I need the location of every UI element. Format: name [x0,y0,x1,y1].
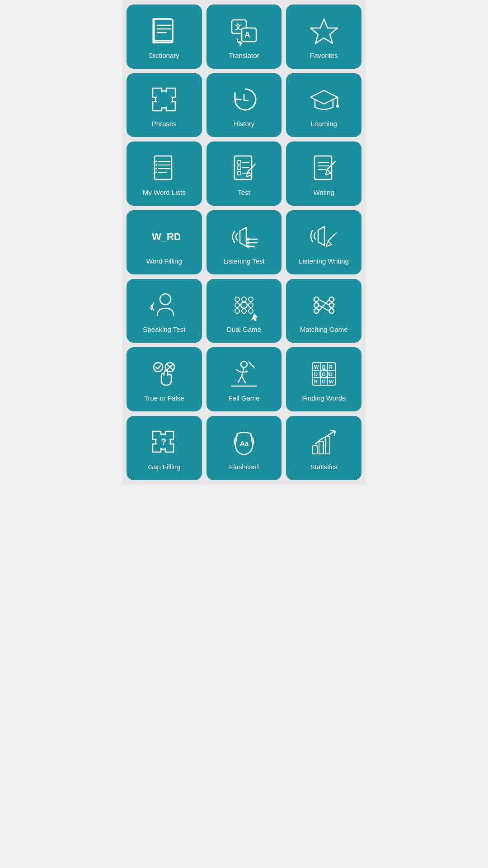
test-label: Test [238,189,250,197]
statistics-label: Statistics [310,463,338,471]
tile-my-word-lists[interactable]: My Word Lists [127,142,202,206]
svg-text:W: W [329,379,334,384]
tile-flashcard[interactable]: Aa Flashcard [206,416,282,480]
tile-word-filling[interactable]: W_RD Word Filling [127,210,202,274]
tile-listening-test[interactable]: Listening Test [206,210,282,274]
svg-line-74 [319,305,329,311]
learning-icon [308,84,340,115]
flashcard-icon: Aa [228,427,260,458]
svg-text:W_RD: W_RD [152,231,180,242]
favorites-label: Favorites [310,52,338,60]
svg-line-43 [333,161,335,163]
svg-line-89 [253,365,254,368]
history-icon [228,84,260,115]
app-grid: Dictionary 文 A Translator Favorites [122,0,366,485]
my-word-lists-label: My Word Lists [143,189,186,197]
svg-line-84 [238,376,242,382]
svg-text:O: O [322,372,326,377]
tile-true-or-false[interactable]: True or False [127,347,202,411]
svg-line-75 [319,299,329,311]
tile-speaking-test[interactable]: Speaking Test [127,279,202,343]
svg-point-59 [249,297,253,302]
tile-dictionary[interactable]: Dictionary [127,5,202,69]
svg-text:R: R [314,379,318,384]
tile-writing[interactable]: Writing [286,142,361,206]
listening-test-icon [228,221,260,253]
svg-text:D: D [314,372,318,377]
writing-label: Writing [313,189,334,197]
my-word-lists-icon [148,152,180,184]
svg-point-63 [235,309,239,313]
finding-words-icon: W O R D O D R O W [308,358,340,390]
tile-translator[interactable]: 文 A Translator [206,5,282,69]
tile-gap-filling[interactable]: ? Gap Filling [127,416,202,480]
tile-dual-game[interactable]: Dual Game [206,279,282,343]
svg-text:Aa: Aa [240,439,249,447]
svg-text:文: 文 [235,23,242,31]
svg-point-56 [160,294,171,305]
svg-point-57 [235,297,239,302]
svg-line-85 [242,376,245,383]
svg-rect-18 [155,156,172,179]
svg-rect-30 [237,166,241,170]
svg-text:R: R [329,364,333,370]
svg-rect-109 [325,437,330,454]
svg-text:?: ? [161,437,166,447]
writing-icon [308,152,340,184]
svg-point-64 [242,309,246,313]
flashcard-label: Flashcard [229,463,259,471]
test-icon [228,152,260,184]
tile-history[interactable]: History [206,73,282,137]
translator-label: Translator [229,52,259,60]
svg-point-26 [155,171,157,173]
tile-favorites[interactable]: Favorites [286,5,361,69]
listening-test-label: Listening Test [223,257,264,265]
tile-phrases[interactable]: Phrases [127,73,202,137]
fall-game-label: Fall Game [228,394,259,402]
word-filling-icon: W_RD [148,221,180,253]
svg-point-70 [329,297,334,302]
svg-rect-108 [319,441,324,454]
svg-point-24 [155,164,157,166]
tile-learning[interactable]: Learning [286,73,361,137]
gap-filling-icon: ? [148,427,180,458]
speaking-test-icon [148,289,180,321]
svg-line-55 [334,233,336,235]
tile-test[interactable]: Test [206,142,282,206]
svg-marker-35 [246,171,252,177]
dual-game-icon [228,289,260,321]
svg-text:O: O [322,379,326,384]
tile-statistics[interactable]: Statistics [286,416,361,480]
svg-point-69 [314,309,319,313]
svg-text:W: W [314,364,319,370]
svg-text:A: A [244,30,250,39]
favorites-icon [308,15,340,47]
svg-line-88 [251,363,253,366]
true-or-false-label: True or False [144,394,184,402]
svg-point-72 [329,309,334,313]
svg-point-58 [242,297,246,302]
svg-point-68 [314,303,319,307]
dual-game-label: Dual Game [227,326,261,334]
svg-line-53 [328,235,334,241]
svg-point-76 [154,363,163,372]
svg-marker-45 [240,227,246,246]
svg-marker-54 [326,241,332,246]
svg-rect-6 [154,19,173,42]
tile-matching-game[interactable]: Matching Game [286,279,361,343]
tile-fall-game[interactable]: Fall Game [206,347,282,411]
gap-filling-label: Gap Filling [148,463,180,471]
svg-text:D: D [329,372,333,377]
tile-listening-writing[interactable]: Listening Writing [286,210,361,274]
phrases-icon [148,84,180,115]
svg-marker-52 [318,226,324,245]
fall-game-icon [228,358,260,390]
dictionary-label: Dictionary [149,52,179,60]
svg-rect-32 [237,171,241,175]
svg-line-82 [236,370,242,373]
word-filling-label: Word Filling [146,257,182,265]
true-or-false-icon [148,358,180,390]
tile-finding-words[interactable]: W O R D O D R O W Finding Words [286,347,361,411]
speaking-test-label: Speaking Test [143,326,185,334]
svg-line-87 [249,362,251,364]
